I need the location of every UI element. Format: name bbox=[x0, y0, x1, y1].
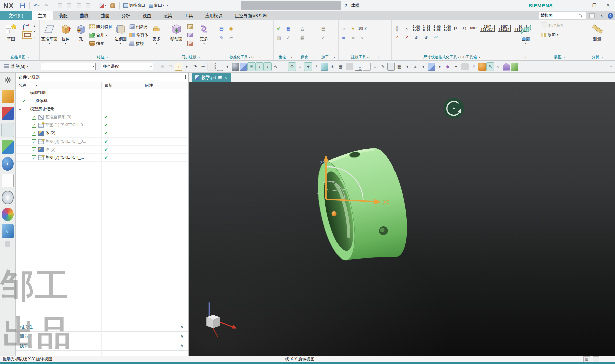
window-menu-button[interactable]: 窗口▾ bbox=[148, 2, 165, 10]
selbar-overflow-icon[interactable]: ▾ bbox=[610, 65, 613, 68]
group-footer-direct-sketch[interactable]: 直接草图▾ bbox=[0, 54, 39, 60]
tab-surface[interactable]: 曲面 bbox=[95, 11, 116, 20]
star-table-tool-icon[interactable]: ◇ bbox=[340, 24, 347, 32]
surface-caret-icon[interactable]: ▾ bbox=[525, 43, 526, 45]
hole-button[interactable]: 孔 bbox=[74, 22, 88, 42]
tab-application[interactable]: 应用模块 bbox=[199, 11, 229, 20]
group-footer-analysis[interactable]: 分析▾ bbox=[580, 54, 615, 60]
row-checkbox[interactable]: ✓ bbox=[32, 155, 36, 160]
tree-row-datum-csys[interactable]: ✓ 基准坐标系 (0) ✔ bbox=[16, 113, 188, 121]
draft-button[interactable]: 拔模 bbox=[129, 40, 148, 47]
group-footer-modeling-tools[interactable]: 建模工具 - G...▾ bbox=[339, 54, 391, 60]
tree-row-sketch-7[interactable]: ✓ 草图 (7) "SKETCH_... ✔ bbox=[16, 154, 188, 162]
tab-tools[interactable]: 工具 bbox=[178, 11, 199, 20]
sketch-scroll-down-icon[interactable]: ▾ bbox=[34, 30, 36, 33]
sketch-gallery-icon[interactable]: ⹀ bbox=[34, 36, 36, 39]
tab-analysis[interactable]: 分析 bbox=[116, 11, 137, 20]
pipe-clamp-icon[interactable]: ╬ bbox=[393, 24, 401, 32]
trim-body-button[interactable]: 修剪体 bbox=[129, 31, 148, 39]
tol-paren-icon[interactable]: (X) bbox=[461, 27, 466, 30]
fullscreen-icon[interactable]: ⛶ bbox=[593, 356, 599, 362]
tree-row-model-views[interactable]: + 模型视图 bbox=[16, 89, 188, 97]
row-checkbox[interactable]: ✓ bbox=[32, 139, 36, 144]
fit-tool-icon[interactable]: 10H7 bbox=[359, 24, 366, 32]
hd3d-tools-icon[interactable]: i bbox=[2, 157, 14, 171]
web-browser-icon[interactable]: ≡ bbox=[2, 174, 14, 187]
undo-caret-icon[interactable]: ▾ bbox=[38, 4, 40, 7]
expander-icon[interactable]: − bbox=[18, 107, 22, 111]
toolbar-overflow-icon[interactable]: ▾ bbox=[167, 4, 168, 7]
selection-filter-button[interactable]: ▾ bbox=[98, 2, 107, 10]
datum-plane-caret-icon[interactable]: ▾ bbox=[49, 43, 50, 45]
minimize-ribbon-button[interactable]: ∧ bbox=[598, 13, 605, 19]
loop-select-icon[interactable]: ○ bbox=[495, 63, 502, 71]
search-input[interactable] bbox=[540, 13, 578, 18]
clipboard-icon[interactable] bbox=[387, 63, 395, 71]
doc-tool-icon[interactable]: ▤ bbox=[320, 24, 327, 32]
snap-point-icon[interactable]: ∗ bbox=[329, 63, 336, 71]
group-footer-synchronous[interactable]: 同步建模▾ bbox=[165, 54, 216, 60]
row-checkbox[interactable]: ✓ bbox=[32, 123, 36, 128]
fit-10h7-lim2-icon[interactable]: 10H7[S018] bbox=[498, 25, 511, 32]
handle-caret-icon[interactable]: ▾ bbox=[183, 63, 191, 71]
process-studio-icon[interactable] bbox=[2, 208, 14, 221]
tol-dev1-icon[interactable]: 1.00±.08 bbox=[423, 25, 431, 31]
row-checkbox[interactable]: ✓ bbox=[32, 147, 36, 152]
chamfer-button[interactable]: 倒斜角 bbox=[129, 23, 148, 30]
snap-line-icon[interactable]: / bbox=[256, 63, 263, 71]
datum-plane-button[interactable]: 基准平面 ▾ bbox=[41, 22, 57, 45]
tab-window-icon[interactable] bbox=[218, 76, 222, 79]
row-checkbox[interactable]: ✓ bbox=[32, 131, 36, 136]
measure-button[interactable]: 测量 bbox=[588, 22, 607, 42]
sketch-scroll-up-icon[interactable]: ▴ bbox=[34, 24, 36, 27]
tab-home[interactable]: 主页 bbox=[32, 11, 53, 20]
resource-bar-settings-button[interactable] bbox=[3, 75, 13, 85]
section-details[interactable]: 细节 ∨ bbox=[16, 332, 188, 341]
sync-more-button[interactable]: 更多 ▾ bbox=[194, 22, 214, 45]
group-footer-gear[interactable]: 齿轮...▾ bbox=[274, 54, 297, 60]
filter-icon[interactable]: ◆ bbox=[444, 63, 451, 71]
tree-row-body-2[interactable]: ✓ 体 (2) ✔ bbox=[16, 129, 188, 138]
diameter-icon[interactable]: ⌀ bbox=[413, 33, 420, 41]
rectangle-button[interactable] bbox=[22, 31, 32, 39]
help-button[interactable]: ? bbox=[608, 13, 613, 19]
leader-style2-icon[interactable]: ↗ bbox=[403, 33, 410, 41]
unite-button[interactable]: 合并▾ bbox=[89, 31, 113, 39]
hook-drag-icon[interactable]: ↪ bbox=[199, 63, 207, 71]
gear-car-tool-icon[interactable]: ◉ bbox=[349, 24, 357, 32]
sep1[interactable] bbox=[346, 63, 353, 70]
group-footer-dim-format[interactable]: 尺寸快速格式化工具 - GC工具箱▾ bbox=[392, 54, 512, 60]
tab-curve[interactable]: 曲线 bbox=[74, 11, 95, 20]
row-checkbox[interactable]: ✓ bbox=[32, 115, 36, 120]
brush-tool-icon[interactable]: ▱ bbox=[227, 34, 235, 42]
tol-boxed-icon[interactable]: X bbox=[454, 27, 458, 30]
part-navigator-icon[interactable] bbox=[2, 123, 14, 137]
ring-tool-icon[interactable]: ◉ bbox=[227, 24, 235, 32]
tol-sym-icon[interactable]: 1.00±.05 bbox=[413, 25, 420, 31]
tol-dev2-icon[interactable]: 1.00±.08 bbox=[433, 25, 441, 31]
minimize-button[interactable]: – bbox=[576, 1, 586, 9]
pale-window-icon[interactable] bbox=[363, 63, 371, 71]
snap-face-icon[interactable] bbox=[321, 63, 328, 71]
menu-button[interactable]: 菜单(M)▾ bbox=[2, 62, 32, 71]
solid-cube-icon[interactable] bbox=[240, 63, 247, 71]
ghost-cube-icon[interactable] bbox=[207, 63, 215, 71]
zoom-window-icon[interactable] bbox=[355, 63, 362, 71]
add-component-button[interactable]: 添加▾ bbox=[541, 31, 558, 38]
status-grid-icon[interactable]: ▦ bbox=[583, 356, 590, 362]
compass-tool-icon[interactable]: ∠ bbox=[285, 34, 292, 42]
group-footer-feature[interactable]: 特征▾ bbox=[40, 54, 165, 60]
table-grid-caret-icon[interactable]: ▾ bbox=[404, 63, 411, 71]
fit-10h7-lim1-icon[interactable]: 10H7[IS.01] bbox=[480, 25, 495, 32]
wave-tool-icon[interactable]: ∿ bbox=[359, 34, 366, 42]
tree-row-camera[interactable]: + ✔ 摄像机 bbox=[16, 97, 188, 105]
tab-plugin[interactable]: 星空外挂V6.935F bbox=[229, 11, 275, 20]
group-footer-std-tools[interactable]: 标准化工具 - G...▾ bbox=[216, 54, 273, 60]
shell-button[interactable]: 抽壳 bbox=[89, 40, 113, 47]
leader-style1-icon[interactable]: ↗ bbox=[393, 33, 401, 41]
paste-button[interactable] bbox=[75, 2, 83, 10]
part-tab[interactable]: 教学.prt ✕ bbox=[192, 73, 231, 82]
snap-spline-icon[interactable]: ∿ bbox=[272, 63, 280, 71]
sep2[interactable] bbox=[461, 63, 469, 70]
check-tool-icon[interactable]: ✔ bbox=[275, 24, 283, 32]
